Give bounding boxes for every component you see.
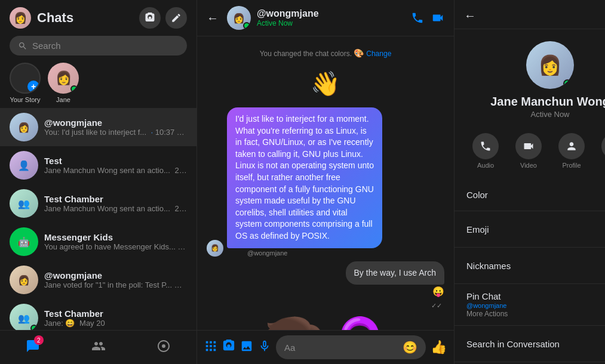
menu-item-emoji-left: Emoji bbox=[466, 224, 489, 235]
chat-item-wongmjane[interactable]: 👩 @wongmjane You: I'd just like to inter… bbox=[0, 108, 196, 146]
chat-preview: You: I'd just like to interject f... · 1… bbox=[44, 128, 187, 137]
video-label: Video bbox=[520, 162, 537, 169]
camera-button[interactable] bbox=[139, 7, 161, 29]
nav-chats[interactable]: 2 bbox=[0, 335, 66, 357]
voice-call-button[interactable] bbox=[411, 11, 424, 24]
chat-info-wongmjane2: @wongmjane Jane voted for "1" in the pol… bbox=[44, 270, 187, 289]
add-story-item[interactable]: + Your Story bbox=[10, 63, 41, 103]
menu-item-search-title: Search in Conversation bbox=[466, 339, 560, 349]
add-story-icon: + bbox=[27, 81, 39, 92]
right-header: ← ⋮ bbox=[454, 0, 605, 29]
chat-preview: Jane voted for "1" in the poll: Test P..… bbox=[44, 280, 187, 289]
chat-info-kids: Messenger Kids You agreed to have Messen… bbox=[44, 232, 187, 251]
video-action[interactable]: Video bbox=[515, 133, 542, 169]
menu-item-color[interactable]: Color bbox=[454, 178, 605, 211]
audio-action[interactable]: Audio bbox=[472, 133, 499, 169]
profile-avatar: 👩 bbox=[526, 41, 574, 89]
audio-label: Audio bbox=[477, 162, 494, 169]
profile-status: Active Now bbox=[530, 110, 569, 119]
chat-name: @wongmjane bbox=[44, 118, 187, 128]
search-input[interactable] bbox=[32, 41, 179, 51]
right-panel: ← ⋮ 👩 Jane Manchun Wong Active Now Audio… bbox=[454, 0, 605, 364]
chat-list: 👩 @wongmjane You: I'd just like to inter… bbox=[0, 108, 196, 330]
bottom-nav: 2 bbox=[0, 330, 196, 364]
chat-avatar-test: 👤 bbox=[10, 151, 38, 180]
chat-info-testchamber: Test Chamber Jane Manchun Wong sent an a… bbox=[44, 194, 187, 213]
add-story-avatar: + bbox=[10, 63, 41, 94]
input-bar: 😊 👍 bbox=[197, 330, 454, 364]
chat-info-test: Test Jane Manchun Wong sent an actio... … bbox=[44, 156, 187, 175]
chat-preview: Jane Manchun Wong sent an actio... 2:54 … bbox=[44, 166, 187, 175]
change-link[interactable]: Change bbox=[366, 50, 391, 58]
menu-item-search-left: Search in Conversation bbox=[466, 339, 560, 349]
message-status: ✓✓ bbox=[207, 302, 442, 310]
jane-online-dot bbox=[70, 85, 78, 92]
chat-item-testchamber2[interactable]: 👥 Test Chamber Jane: 😄 May 20 bbox=[0, 299, 196, 330]
search-icon bbox=[18, 41, 27, 51]
chat-header-status: Active Now bbox=[257, 19, 405, 27]
chat-info-wongmjane: @wongmjane You: I'd just like to interje… bbox=[44, 118, 187, 137]
profile-name: Jane Manchun Wong bbox=[490, 95, 605, 109]
video-call-button[interactable] bbox=[431, 11, 444, 24]
chat-header-name: @wongmjane bbox=[257, 8, 405, 19]
camera-input-button[interactable] bbox=[222, 340, 235, 356]
compose-button[interactable] bbox=[165, 7, 187, 29]
back-button[interactable]: ← bbox=[207, 11, 219, 25]
menu-item-search[interactable]: Search in Conversation bbox=[454, 326, 605, 362]
left-header: 👩 Chats bbox=[0, 0, 196, 33]
mute-action[interactable]: Mute bbox=[601, 133, 605, 169]
profile-action-buttons: Audio Video Profile Mute bbox=[454, 128, 605, 178]
chat-preview: You agreed to have Messenger Kids... Sep… bbox=[44, 242, 187, 251]
menu-item-pin-sub: @wongmjane More Actions bbox=[466, 301, 508, 318]
message-input[interactable] bbox=[284, 343, 398, 353]
apps-button[interactable] bbox=[204, 340, 217, 356]
menu-item-color-left: Color bbox=[466, 190, 488, 200]
left-panel: 👩 Chats + Your Story 👩 bbox=[0, 0, 197, 364]
chat-preview: Jane Manchun Wong sent an actio... 2:53 … bbox=[44, 204, 187, 213]
chat-avatar-wongmjane: 👩 bbox=[10, 113, 38, 141]
gallery-button[interactable] bbox=[240, 340, 253, 356]
chat-item-test[interactable]: 👤 Test Jane Manchun Wong sent an actio..… bbox=[0, 146, 196, 184]
menu-item-emoji-title: Emoji bbox=[466, 224, 489, 235]
chat-preview: Jane: 😄 May 20 bbox=[44, 319, 187, 328]
message-input-wrap: 😊 bbox=[276, 335, 426, 359]
header-online-dot bbox=[243, 22, 250, 29]
nav-story[interactable] bbox=[131, 335, 196, 357]
audio-icon bbox=[472, 133, 499, 159]
left-header-left: 👩 Chats bbox=[10, 7, 73, 29]
jane-story-label: Jane bbox=[56, 96, 70, 103]
search-bar[interactable] bbox=[10, 36, 187, 55]
user-avatar[interactable]: 👩 bbox=[10, 7, 31, 29]
header-actions bbox=[139, 7, 187, 29]
menu-item-pin-title: Pin Chat bbox=[466, 291, 508, 301]
menu-item-emoji[interactable]: Emoji 👍 bbox=[454, 211, 605, 248]
right-back-button[interactable]: ← bbox=[464, 9, 476, 23]
svg-point-0 bbox=[162, 344, 165, 348]
header-actions bbox=[411, 11, 444, 24]
profile-action-label: Profile bbox=[562, 162, 581, 169]
chat-item-wongmjane2[interactable]: 👩 @wongmjane Jane voted for "1" in the p… bbox=[0, 261, 196, 299]
message-row-m2: By the way, I use Arch 😛 bbox=[207, 261, 444, 298]
menu-item-nicknames[interactable]: Nicknames bbox=[454, 248, 605, 284]
like-button[interactable]: 👍 bbox=[431, 340, 447, 355]
jane-story-item[interactable]: 👩 Jane bbox=[48, 63, 79, 103]
menu-item-pin[interactable]: Pin Chat @wongmjane More Actions bbox=[454, 284, 605, 326]
chat-header-avatar: 👩 bbox=[227, 6, 251, 30]
chat-avatar-testchamber2: 👥 bbox=[10, 304, 38, 330]
chat-header: ← 👩 @wongmjane Active Now bbox=[197, 0, 454, 36]
profile-action[interactable]: Profile bbox=[558, 133, 585, 169]
system-message: You changed the chat colors. 🎨 Change bbox=[207, 48, 444, 58]
chat-avatar-wongmjane2: 👩 bbox=[10, 266, 38, 294]
wave-emoji: 👋 bbox=[207, 70, 444, 98]
chat-item-testchamber[interactable]: 👥 Test Chamber Jane Manchun Wong sent an… bbox=[0, 184, 196, 223]
emoji-button[interactable]: 😊 bbox=[403, 340, 417, 354]
profile-section: 👩 Jane Manchun Wong Active Now bbox=[454, 29, 605, 128]
menu-item-pin-left: Pin Chat @wongmjane More Actions bbox=[466, 291, 508, 318]
chat-name: Messenger Kids bbox=[44, 232, 187, 242]
bubble-m2: By the way, I use Arch bbox=[346, 261, 444, 285]
mic-button[interactable] bbox=[258, 340, 271, 356]
chat-item-kids[interactable]: 🤖 Messenger Kids You agreed to have Mess… bbox=[0, 223, 196, 261]
add-story-label: Your Story bbox=[10, 96, 41, 103]
nav-people[interactable] bbox=[66, 335, 131, 357]
profile-icon bbox=[558, 133, 585, 159]
